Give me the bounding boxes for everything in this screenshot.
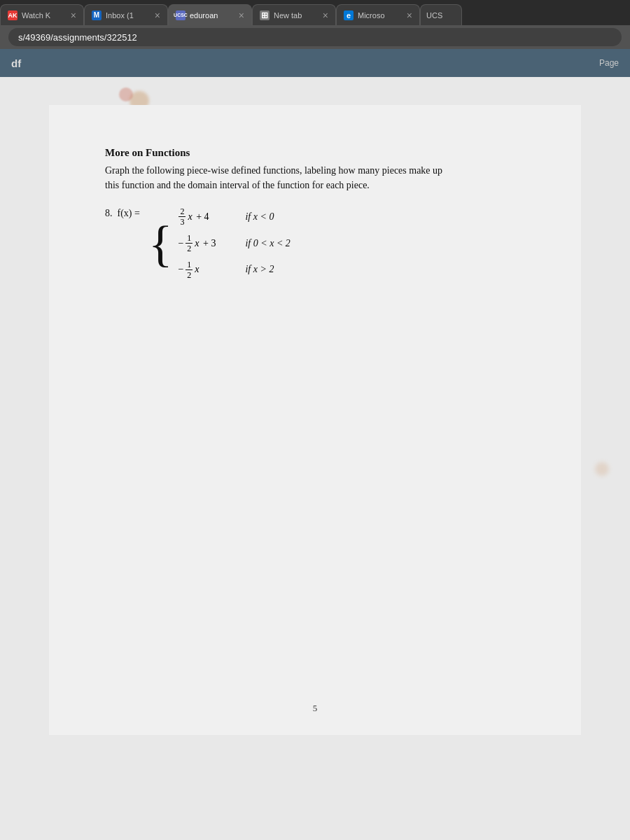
description-line2: this function and the domain interval of… — [105, 180, 370, 190]
case-3-condition: if x > 2 — [245, 264, 274, 275]
inbox-icon: M — [92, 10, 102, 20]
tab-ucsc[interactable]: UCSC eduroan × — [168, 4, 252, 25]
app-header-left-label: df — [11, 57, 21, 69]
watch-k-icon: AK — [8, 10, 18, 20]
case-2-rest: x — [195, 238, 199, 249]
tab-ucsc-close[interactable]: × — [239, 10, 244, 20]
tab-ucs-partial[interactable]: UCS — [420, 4, 462, 25]
tab-microsoft-close[interactable]: × — [407, 10, 412, 20]
section-title: More on Functions — [105, 147, 525, 159]
microsoft-icon: e — [344, 10, 354, 20]
case-3-denom: 2 — [186, 270, 192, 280]
tab-bar: AK Watch K × M Inbox (1 × UCSC eduroan ×… — [0, 0, 630, 25]
case-3-numer: 1 — [186, 260, 192, 270]
document-page: More on Functions Graph the following pi… — [49, 105, 581, 735]
section-description: Graph the following piece-wise defined f… — [105, 163, 525, 192]
case-1-fraction: 2 3 — [178, 206, 186, 227]
tab-inbox[interactable]: M Inbox (1 × — [84, 4, 168, 25]
tab-watch-k-label: Watch K — [22, 11, 66, 20]
case-3-fraction: 1 2 — [186, 260, 192, 281]
browser-chrome: AK Watch K × M Inbox (1 × UCSC eduroan ×… — [0, 0, 630, 49]
content-area: More on Functions Graph the following pi… — [0, 77, 630, 840]
case-1-expr: 2 3 x + 4 — [178, 206, 234, 227]
piecewise-brace: { — [148, 218, 173, 269]
piecewise-case-3: − 1 2 x if x > 2 — [178, 260, 290, 281]
case-1-denom: 3 — [178, 217, 186, 227]
case-3-rest: x — [195, 264, 199, 275]
problem-number: 8. f(x) = — [105, 208, 140, 219]
decor-circle-9 — [595, 462, 609, 476]
address-bar — [0, 25, 630, 49]
case-2-sign: − — [178, 238, 183, 249]
tab-inbox-close[interactable]: × — [155, 10, 160, 20]
tab-microsoft[interactable]: e Microso × — [336, 4, 420, 25]
case-1-plus: + 4 — [194, 211, 209, 223]
newtab-icon: ⊞ — [260, 10, 270, 20]
piecewise-cases: 2 3 x + 4 if x < 0 − 1 — [178, 206, 290, 280]
page-number: 5 — [313, 703, 318, 714]
tab-microsoft-label: Microso — [358, 11, 402, 20]
app-header: df Page — [0, 49, 630, 77]
case-2-plus: + 3 — [201, 238, 216, 249]
case-1-condition: if x < 0 — [245, 211, 274, 223]
case-1-rest: x — [188, 211, 192, 223]
tab-newtab[interactable]: ⊞ New tab × — [252, 4, 336, 25]
case-2-denom: 2 — [186, 244, 192, 253]
tab-watch-k[interactable]: AK Watch K × — [0, 4, 84, 25]
page-label: Page — [599, 58, 619, 68]
piecewise-case-1: 2 3 x + 4 if x < 0 — [178, 206, 290, 227]
tab-newtab-close[interactable]: × — [323, 10, 328, 20]
case-2-condition: if 0 < x < 2 — [245, 238, 290, 249]
case-3-expr: − 1 2 x — [178, 260, 234, 281]
tab-newtab-label: New tab — [274, 11, 318, 20]
tab-ucs-label: UCS — [426, 11, 442, 20]
piecewise-container: { 2 3 x + 4 if x < 0 — [148, 206, 290, 280]
piecewise-case-2: − 1 2 x + 3 if 0 < x < 2 — [178, 233, 290, 254]
tab-watch-k-close[interactable]: × — [71, 10, 76, 20]
case-2-numer: 1 — [186, 233, 192, 244]
ucsc-icon: UCSC — [176, 10, 186, 20]
description-line1: Graph the following piece-wise defined f… — [105, 165, 442, 176]
case-2-expr: − 1 2 x + 3 — [178, 233, 234, 254]
tab-ucsc-label: eduroan — [190, 11, 234, 20]
tab-inbox-label: Inbox (1 — [106, 11, 150, 20]
decor-circle-2 — [119, 88, 133, 102]
address-input[interactable] — [8, 28, 622, 46]
case-2-fraction: 1 2 — [186, 233, 192, 254]
case-3-sign: − — [178, 264, 183, 275]
case-1-numer: 2 — [178, 206, 186, 217]
problem-container: 8. f(x) = { 2 3 x + 4 — [105, 206, 525, 280]
